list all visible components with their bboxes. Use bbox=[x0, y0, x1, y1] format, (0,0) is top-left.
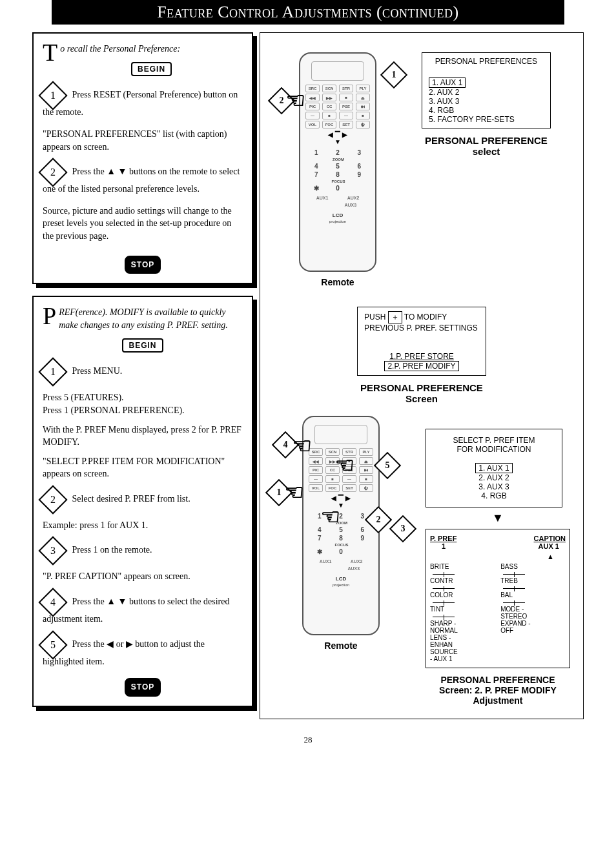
screen3-item4: 4. RGB bbox=[433, 491, 555, 500]
step-diamond-2: 2 bbox=[38, 158, 67, 187]
screen2-line2: PREVIOUS P. PREF. SETTINGS bbox=[364, 323, 479, 333]
stepb5: Press the ◀ or ▶ button to adjust the hi… bbox=[43, 639, 205, 666]
modify-prompt-screen: PUSH ＋ TO MODIFY PREVIOUS P. PREF. SETTI… bbox=[357, 307, 486, 376]
procedure-modify-box: P REF(erence). MODIFY is available to qu… bbox=[32, 296, 253, 707]
screen3-line1: SELECT P. PREF ITEM bbox=[433, 436, 555, 445]
screen3-line2: FOR MODIFICATION bbox=[433, 445, 555, 454]
pointing-hand-icon: ☞ bbox=[285, 479, 304, 505]
screen2-opt2: 2.P. PREF MODIFY bbox=[384, 361, 458, 371]
screen1-caption2: select bbox=[473, 146, 500, 157]
page-number: 28 bbox=[32, 735, 584, 745]
remote-illustration-1: SRCSCNSTRPLY ◀◀▶▶■⏏ PICCCPSE⏮ —■—■ VOLFO… bbox=[273, 52, 402, 287]
ppref-val-right: AUX 1 bbox=[539, 542, 559, 550]
stepb1a: Press MENU. bbox=[72, 367, 123, 376]
plus-icon: ＋ bbox=[388, 311, 402, 323]
step-diamond-b4: 4 bbox=[38, 588, 67, 617]
begin-pill-b: BEGIN bbox=[122, 338, 163, 353]
screen1-item3: 3. AUX 3 bbox=[429, 97, 544, 106]
step1-text: Press RESET (Personal Preference) button… bbox=[43, 90, 238, 118]
stepb4: Press the ▲ ▼ buttons to select the desi… bbox=[43, 597, 229, 624]
screen1-item1: 1. AUX 1 bbox=[429, 77, 466, 88]
screen3-item1: 1. AUX 1 bbox=[475, 463, 512, 473]
step2-text: Press the ▲ ▼ buttons on the remote to s… bbox=[43, 167, 240, 194]
step-diamond-1: 1 bbox=[38, 81, 67, 110]
step-diamond-b1: 1 bbox=[38, 358, 67, 387]
stepb1c: Press 1 (PERSONAL PREFERENCE). bbox=[43, 404, 243, 417]
stepb1-after2: "SELECT P.PREF ITEM FOR MODIFICATION" ap… bbox=[43, 455, 243, 480]
remote-caption-1: Remote bbox=[273, 277, 402, 287]
screen1-item2: 2. AUX 2 bbox=[429, 88, 544, 97]
stop-pill: STOP bbox=[125, 256, 161, 274]
step-diamond-b5: 5 bbox=[38, 630, 67, 659]
procedure-recall-box: T o recall the Personal Preference: BEGI… bbox=[32, 32, 253, 284]
ppref-hdr-right: CAPTION bbox=[534, 535, 566, 542]
step-diamond-b2: 2 bbox=[38, 485, 67, 514]
screen2-opt1: 1.P. PREF STORE bbox=[364, 352, 479, 361]
ppref-hdr-left: P. PREF bbox=[430, 535, 457, 542]
screen1-caption1: PERSONAL PREFERENCE bbox=[425, 135, 548, 146]
stepb3-after: "P. PREF CAPTION" appears on screen. bbox=[43, 570, 243, 583]
screen4-caption2: Screen: 2. P. PREF MODIFY bbox=[439, 685, 557, 695]
dropcap-t: T bbox=[43, 43, 57, 62]
screen3-item3: 3. AUX 3 bbox=[433, 482, 555, 491]
screen4-caption1: PERSONAL PREFERENCE bbox=[440, 675, 555, 685]
lead-text-b: REF(erence). MODIFY is available to quic… bbox=[59, 307, 228, 330]
step2-result: Source, picture and audio settings will … bbox=[43, 205, 243, 243]
right-column: SRCSCNSTRPLY ◀◀▶▶■⏏ PICCCPSE⏮ —■—■ VOLFO… bbox=[260, 32, 584, 719]
dropcap-p: P bbox=[43, 306, 56, 325]
personal-preferences-screen: PERSONAL PREFERENCES 1. AUX 1 2. AUX 2 3… bbox=[422, 52, 551, 163]
stop-pill-b: STOP bbox=[125, 678, 161, 697]
step1-result: "PERSONAL PREFERENCES" list (with captio… bbox=[43, 128, 243, 153]
remote-caption-2: Remote bbox=[273, 640, 409, 651]
lead-text-a: o recall the Personal Preference: bbox=[60, 44, 180, 54]
page-title: Feature Control Adjustments (continued) bbox=[52, 0, 564, 25]
screen1-header: PERSONAL PREFERENCES bbox=[429, 57, 544, 66]
screen1-item4: 4. RGB bbox=[429, 106, 544, 115]
screen3-item2: 2. AUX 2 bbox=[433, 473, 555, 482]
screen2-caption2: Screen bbox=[406, 393, 438, 404]
left-column: T o recall the Personal Preference: BEGI… bbox=[32, 32, 253, 719]
screen1-item5: 5. FACTORY PRE-SETS bbox=[429, 115, 544, 124]
stepb1b: Press 5 (FEATURES). bbox=[43, 391, 243, 404]
stepb1-after: With the P. PREF Menu displayed, press 2… bbox=[43, 424, 243, 449]
screen4-caption3: Adjustment bbox=[473, 695, 523, 706]
screen2-caption1: PERSONAL PREFERENCE bbox=[360, 382, 483, 393]
stepb3: Press 1 on the remote. bbox=[72, 546, 152, 555]
step-diamond-b3: 3 bbox=[38, 537, 67, 566]
up-arrow-icon: ▲ bbox=[430, 553, 554, 560]
ppref-adjust-screen: P. PREF CAPTION 1 AUX 1 ▲ BRITE CONTR bbox=[426, 529, 570, 668]
begin-pill: BEGIN bbox=[131, 62, 172, 77]
arrow-down-icon: ▼ bbox=[426, 511, 570, 525]
stepb2: Select desired P. PREF from list. bbox=[72, 494, 190, 504]
ppref-val-left: 1 bbox=[442, 542, 446, 550]
remote-illustration-2: SRCSCNSTRPLY ◀◀▶▶■⏏ PICCCPSE⏮ —■—■ VOLFO… bbox=[273, 416, 409, 651]
stepb2-after: Example: press 1 for AUX 1. bbox=[43, 519, 243, 532]
select-item-screen: SELECT P. PREF ITEM FOR MODIFICATION 1. … bbox=[426, 429, 562, 507]
